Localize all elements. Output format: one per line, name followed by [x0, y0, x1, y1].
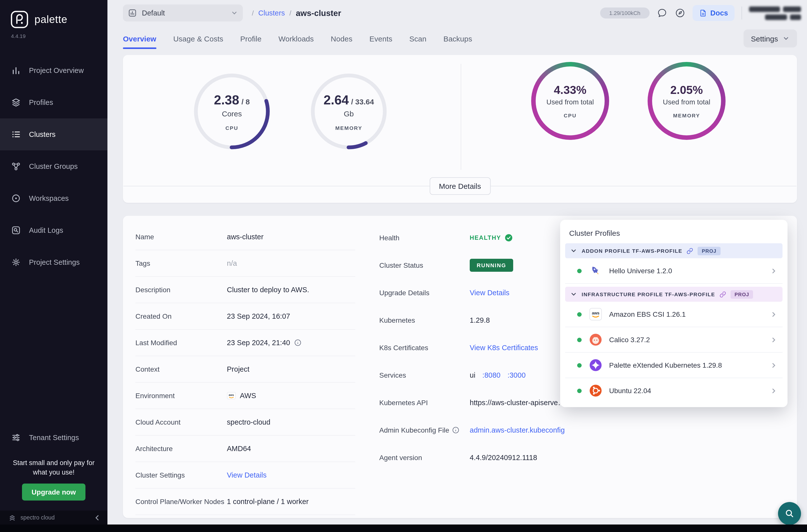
tab-scan[interactable]: Scan [409, 25, 426, 52]
chevron-down-icon [783, 35, 789, 42]
detail-row-nodes: Control Plane/Worker Nodes 1 control-pla… [135, 489, 355, 515]
profile-item-hello-universe[interactable]: Hello Universe 1.2.0 [565, 258, 783, 284]
detail-row-environment: Environment aws AWS [135, 383, 355, 409]
infrastructure-profile-header[interactable]: INFRASTRUCTURE PROFILE TF-AWS-PROFILE PR… [565, 287, 783, 302]
tab-profile[interactable]: Profile [240, 25, 262, 52]
status-dot-green [577, 312, 582, 317]
redacted-text [783, 6, 801, 12]
topbar: Default / Clusters / aws-cluster 1.29/10… [108, 0, 807, 25]
cluster-tabs: Overview Usage & Costs Profile Workloads… [108, 25, 807, 52]
detail-row-architecture: Architecture AMD64 [135, 436, 355, 462]
status-dot-green [577, 338, 582, 342]
profile-item-calico[interactable]: Calico 3.27.2 [565, 327, 783, 353]
info-icon[interactable] [294, 339, 301, 346]
tab-usage-costs[interactable]: Usage & Costs [173, 25, 223, 52]
spectro-cloud-label: spectro cloud [20, 514, 55, 520]
detail-row-description: Description Cluster to deploy to AWS. [135, 277, 355, 303]
cpu-usage-gauge: 2.38 / 8 Cores CPU [189, 69, 274, 154]
cluster-settings-view-details-link[interactable]: View Details [227, 471, 267, 479]
breadcrumb-separator: / [252, 9, 254, 17]
docs-button[interactable]: Docs [692, 5, 734, 21]
list-icon [11, 129, 21, 139]
ubuntu-icon [589, 384, 602, 397]
profile-item-amazon-ebs-csi[interactable]: aws Amazon EBS CSI 1.26.1 [565, 302, 783, 327]
status-dot-green [577, 363, 582, 367]
project-selector[interactable]: Default [123, 4, 243, 21]
floating-search-button[interactable] [778, 502, 801, 525]
cluster-profiles-panel: Cluster Profiles ADDON PROFILE TF-AWS-PR… [560, 220, 788, 407]
status-dot-green [577, 388, 582, 393]
chevron-right-icon [770, 361, 777, 369]
sidebar-item-audit-logs[interactable]: Audit Logs [0, 214, 108, 246]
upgrade-view-details-link[interactable]: View Details [470, 288, 509, 297]
sidebar-item-label: Project Settings [29, 258, 80, 266]
settings-button[interactable]: Settings [744, 30, 797, 48]
cpu-percent-donut: 4.33% Used from total CPU [531, 62, 609, 140]
link-icon [687, 248, 693, 254]
sidebar-item-tenant-settings[interactable]: Tenant Settings [0, 425, 108, 450]
more-details-button[interactable]: More Details [430, 177, 490, 195]
sidebar-footer: spectro cloud [0, 511, 108, 525]
breadcrumb-clusters-link[interactable]: Clusters [258, 9, 285, 17]
view-k8s-certificates-link[interactable]: View K8s Certificates [470, 343, 538, 352]
info-icon[interactable] [452, 426, 459, 433]
redacted-text [790, 14, 801, 20]
tab-backups[interactable]: Backups [444, 25, 472, 52]
detail-row-context: Context Project [135, 356, 355, 383]
layers-icon [11, 97, 21, 108]
detail-row-admin-kubeconfig: Admin Kubeconfig File admin.aws-cluster.… [379, 416, 594, 443]
check-circle-icon [505, 233, 513, 242]
palette-pack-icon [589, 359, 602, 372]
palette-logo: palette [0, 0, 108, 29]
collapse-sidebar-button[interactable] [93, 513, 101, 522]
sidebar-item-label: Tenant Settings [29, 434, 79, 442]
sidebar-item-label: Audit Logs [29, 226, 63, 234]
chevron-right-icon [770, 267, 777, 274]
metrics-card: 2.38 / 8 Cores CPU 2.64 / 33.64 Gb [123, 55, 797, 203]
kubeconfig-download-link[interactable]: admin.aws-cluster.kubeconfig [470, 426, 565, 434]
profile-item-ubuntu[interactable]: Ubuntu 22.04 [565, 378, 783, 403]
details-left-column: Name aws-cluster Tags n/a Description Cl… [135, 224, 355, 518]
addon-profile-header[interactable]: ADDON PROFILE TF-AWS-PROFILE PROJ [565, 243, 783, 258]
user-menu[interactable] [749, 6, 801, 20]
help-button[interactable] [674, 7, 685, 18]
detail-row-cloud-account: Cloud Account spectro-cloud [135, 409, 355, 436]
tab-events[interactable]: Events [370, 25, 393, 52]
profile-item-palette-extended-kubernetes[interactable]: Palette eXtended Kubernetes 1.29.8 [565, 353, 783, 378]
sidebar-item-project-settings[interactable]: Project Settings [0, 246, 108, 278]
chat-icon [656, 7, 667, 18]
divider [461, 64, 461, 170]
bar-chart-icon [11, 65, 21, 75]
service-port-link[interactable]: :8080 [483, 371, 501, 379]
status-badge: RUNNING [470, 259, 513, 271]
usage-quota-pill: 1.29/100kCh [600, 7, 649, 18]
sidebar-item-cluster-groups[interactable]: Cluster Groups [0, 150, 108, 182]
sliders-icon [11, 433, 21, 442]
palette-logo-icon [10, 10, 29, 29]
sidebar-item-clusters[interactable]: Clusters [0, 118, 108, 150]
upgrade-now-button[interactable]: Upgrade now [22, 483, 85, 500]
sidebar-item-workspaces[interactable]: Workspaces [0, 182, 108, 214]
chevron-down-icon [231, 10, 238, 17]
document-icon [699, 9, 707, 17]
redacted-text [765, 14, 787, 20]
status-dot-green [577, 268, 582, 273]
chat-button[interactable] [656, 7, 667, 18]
chevron-left-icon [93, 513, 101, 522]
docs-label: Docs [710, 9, 728, 17]
chevron-right-icon [770, 336, 777, 343]
sidebar-item-project-overview[interactable]: Project Overview [0, 54, 108, 87]
scope-badge: PROJ [731, 290, 753, 299]
aws-icon: aws [227, 391, 236, 400]
tab-workloads[interactable]: Workloads [279, 25, 314, 52]
project-scope-icon [128, 8, 137, 18]
compass-icon [674, 7, 685, 18]
tab-overview[interactable]: Overview [123, 25, 156, 52]
detail-row-name: Name aws-cluster [135, 224, 355, 250]
sidebar-item-profiles[interactable]: Profiles [0, 87, 108, 118]
service-port-link[interactable]: :3000 [507, 371, 526, 379]
tab-nodes[interactable]: Nodes [331, 25, 353, 52]
kubernetes-api-url: https://aws-cluster-apiserve… [470, 398, 565, 406]
health-status: HEALTHY [470, 234, 501, 241]
detail-row-last-modified: Last Modified 23 Sep 2024, 21:40 [135, 330, 355, 356]
